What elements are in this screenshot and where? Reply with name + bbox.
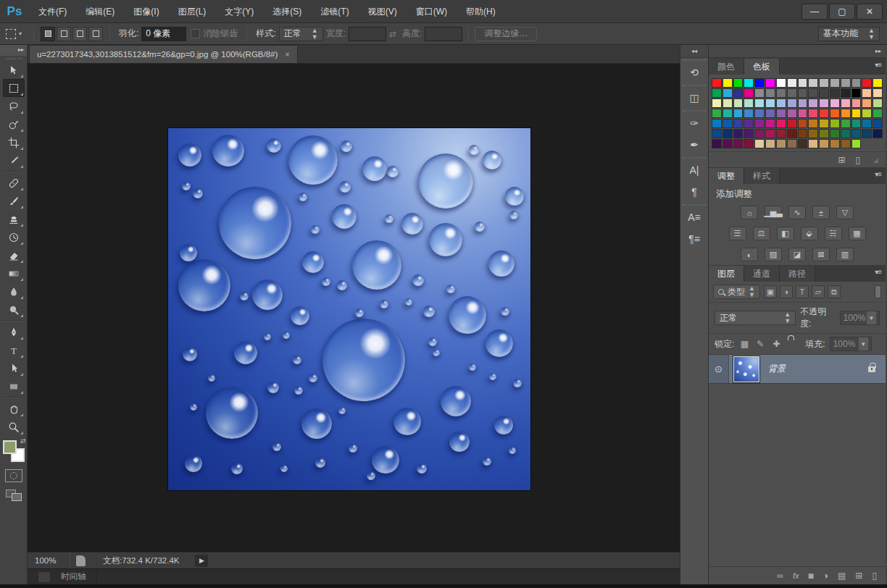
color-swatch[interactable] (830, 129, 840, 138)
color-swatch[interactable] (841, 119, 851, 128)
status-options-arrow[interactable]: ▶ (195, 555, 208, 567)
color-swatch[interactable] (776, 88, 786, 98)
panel-menu-icon[interactable]: ▾≡ (875, 268, 881, 276)
menu-item-5[interactable]: 选择(S) (263, 0, 311, 23)
color-swatch[interactable] (851, 119, 862, 128)
close-button[interactable]: ✕ (857, 4, 883, 20)
tool-history-brush[interactable] (3, 228, 25, 246)
layer-style-fx-icon[interactable]: fx (793, 571, 799, 580)
color-swatch[interactable] (851, 129, 862, 138)
panel-icon-character-styles[interactable]: A≡ (684, 208, 704, 227)
adjustment-color-balance-icon[interactable]: ⚖ (753, 227, 770, 240)
adjustment-threshold-icon[interactable]: ◪ (788, 248, 806, 261)
tool-crop[interactable] (3, 133, 25, 151)
color-swatch[interactable] (754, 88, 765, 98)
color-swatch[interactable] (776, 129, 786, 138)
color-swatch[interactable] (722, 129, 733, 138)
color-swatch[interactable] (851, 98, 862, 108)
adjustment-posterize-icon[interactable]: ▨ (765, 248, 782, 261)
color-swatch[interactable] (733, 78, 744, 88)
color-swatch[interactable] (722, 78, 733, 88)
visibility-eye-icon[interactable]: ⊙ (709, 355, 729, 383)
color-swatch[interactable] (722, 109, 733, 118)
color-swatch[interactable] (712, 119, 722, 128)
color-swatch[interactable] (733, 139, 744, 148)
color-swatch[interactable] (733, 129, 744, 138)
lock-position-icon[interactable]: ✚ (770, 339, 782, 349)
close-tab-icon[interactable]: × (285, 50, 289, 59)
tab-adjustments[interactable]: 调整 (709, 168, 744, 184)
adjustment-curves-icon[interactable]: ∿ (788, 206, 806, 219)
color-swatch[interactable] (862, 119, 872, 128)
filter-toggle[interactable] (875, 285, 881, 298)
panel-icon-properties[interactable]: ◫ (684, 88, 704, 107)
color-swatch[interactable] (808, 119, 818, 128)
menu-item-1[interactable]: 编辑(E) (76, 0, 124, 23)
toolbar-grip[interactable] (6, 58, 22, 59)
color-swatch[interactable] (808, 129, 818, 138)
menu-item-9[interactable]: 帮助(H) (457, 0, 505, 23)
tab-channels[interactable]: 通道 (744, 266, 780, 282)
new-adjustment-layer-icon[interactable]: ◑ (823, 571, 828, 581)
color-swatch[interactable] (808, 78, 818, 88)
opacity-select[interactable]: 100% ▼ (840, 311, 880, 325)
adjustment-selective-color-icon[interactable]: ⊠ (812, 248, 830, 261)
antialias-checkbox[interactable] (191, 29, 200, 38)
filter-shape-layers-icon[interactable]: ▱ (812, 285, 825, 298)
color-swatch[interactable] (733, 88, 744, 98)
color-swatch[interactable] (830, 98, 840, 108)
color-swatch[interactable] (722, 139, 733, 148)
color-swatch[interactable] (798, 78, 808, 88)
selection-mode-intersect-button[interactable] (88, 27, 103, 41)
color-swatch[interactable] (733, 98, 744, 108)
panel-icon-paragraph[interactable]: ¶ (684, 182, 704, 201)
selection-mode-new-button[interactable] (41, 27, 55, 41)
refine-edge-button[interactable]: 调整边缘… (475, 27, 537, 41)
lock-all-icon[interactable] (786, 339, 795, 349)
color-swatch[interactable] (798, 119, 808, 128)
adjustment-invert-icon[interactable]: ◐ (741, 248, 758, 261)
color-swatch[interactable] (787, 98, 797, 108)
color-swatch[interactable] (798, 98, 808, 108)
color-swatch[interactable] (744, 129, 754, 138)
menu-item-7[interactable]: 视图(V) (359, 0, 407, 23)
tool-lasso[interactable] (3, 97, 25, 115)
color-swatch[interactable] (851, 78, 862, 88)
color-swatch[interactable] (873, 119, 883, 128)
color-swatch[interactable] (873, 88, 883, 98)
workspace-select[interactable]: 基本功能 ▲▼ (818, 27, 880, 41)
color-swatch[interactable] (754, 129, 765, 138)
color-swatch[interactable] (754, 98, 765, 108)
color-swatch[interactable] (862, 129, 872, 138)
color-swatch[interactable] (765, 139, 775, 148)
menu-item-3[interactable]: 图层(L) (169, 0, 216, 23)
color-swatch[interactable] (841, 98, 851, 108)
color-swatch[interactable] (744, 119, 754, 128)
color-swatch[interactable] (787, 119, 797, 128)
filter-smart-objects-icon[interactable]: ⧉ (828, 285, 841, 298)
panels-collapse-button[interactable]: ▸▸ (709, 45, 886, 58)
color-swatch[interactable] (765, 78, 775, 88)
filter-adjustment-layers-icon[interactable]: ◑ (780, 285, 793, 298)
filter-type-layers-icon[interactable]: T (796, 285, 809, 298)
maximize-button[interactable]: ▢ (829, 4, 855, 20)
color-swatch[interactable] (873, 78, 883, 88)
dock-collapse-button[interactable]: ◂◂ (680, 45, 708, 58)
adjustment-exposure-icon[interactable]: ± (812, 206, 830, 219)
filter-pixel-layers-icon[interactable]: ▣ (764, 285, 777, 298)
adjustment-brightness-contrast-icon[interactable]: ☼ (741, 206, 758, 219)
tool-spot-healing-brush[interactable] (3, 174, 25, 192)
menu-item-4[interactable]: 文字(Y) (215, 0, 263, 23)
color-swatch[interactable] (744, 88, 754, 98)
tool-eyedropper[interactable] (3, 151, 25, 169)
color-swatch[interactable] (862, 98, 872, 108)
color-swatch[interactable] (733, 109, 744, 118)
tool-quick-selection[interactable] (3, 115, 25, 133)
color-swatch[interactable] (712, 139, 722, 148)
tab-layers[interactable]: 图层 (709, 266, 744, 282)
color-swatch[interactable] (851, 88, 862, 98)
adjustment-photo-filter-icon[interactable]: ⬙ (801, 227, 818, 240)
color-swatch[interactable] (851, 109, 862, 118)
color-swatch[interactable] (819, 98, 829, 108)
tool-dodge[interactable] (3, 301, 25, 319)
